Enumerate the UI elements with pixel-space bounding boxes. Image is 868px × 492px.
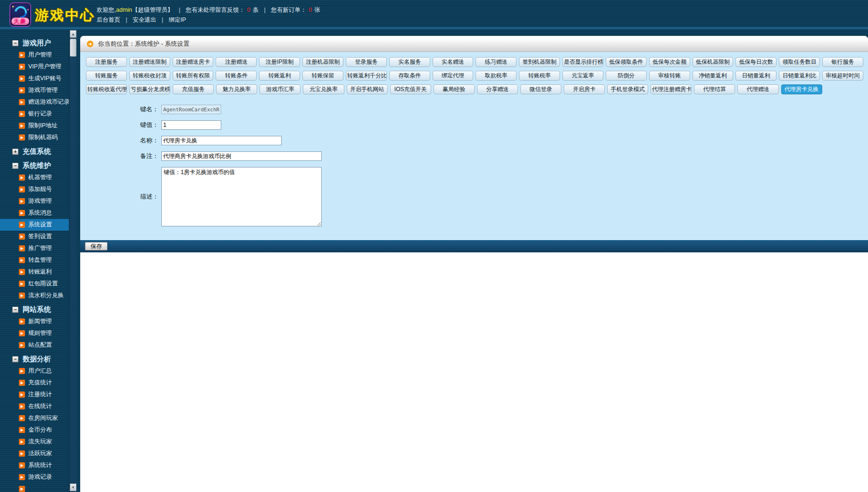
sidebar-item-active-players[interactable]: ▶活跃玩家 <box>0 448 69 459</box>
sidebar-item-gift-coin-record[interactable]: ▶赠送游戏币记录 <box>0 96 69 108</box>
tab-button[interactable]: 充值服务 <box>173 84 214 94</box>
tab-button[interactable]: 转账税收返代理 <box>86 84 127 94</box>
sidebar-item-game-coin[interactable]: ▶游戏币管理 <box>0 84 69 96</box>
sidebar-item-game-record[interactable]: ▶游戏记录 <box>0 471 69 483</box>
note-field[interactable] <box>161 151 322 161</box>
tab-button[interactable]: 低保领取条件 <box>606 57 647 67</box>
link-backstage-home[interactable]: 后台首页 <box>97 17 120 23</box>
sidebar-item-redpacket-rain[interactable]: ▶红包雨设置 <box>0 278 69 290</box>
tab-button[interactable]: 转账税收封顶 <box>129 71 170 81</box>
tab-button[interactable]: 是否显示排行榜 <box>562 57 603 67</box>
sidebar-item-gold-distribution[interactable]: ▶金币分布 <box>0 424 69 436</box>
scroll-up-icon[interactable]: ▲ <box>70 30 76 38</box>
tab-button[interactable]: 防倒分 <box>606 71 647 81</box>
sidebar-item-system-message[interactable]: ▶系统消息 <box>0 207 69 219</box>
tab-button[interactable]: 转账所有权限 <box>173 71 214 81</box>
tab-button[interactable]: 注册赠送限制 <box>129 57 170 67</box>
tab-button[interactable]: 注册机器限制 <box>302 57 343 67</box>
sidebar-item-user-management[interactable]: ▶用户管理 <box>0 49 69 61</box>
tab-button[interactable]: 实名服务 <box>389 57 430 67</box>
sidebar-item-flow-points-exchange[interactable]: ▶流水积分兑换 <box>0 290 69 301</box>
tab-button[interactable]: 微信登录 <box>520 84 561 94</box>
tab-button[interactable]: 开启房卡 <box>564 84 605 94</box>
collapse-icon[interactable]: − <box>12 163 18 169</box>
tab-button[interactable]: 实名赠送 <box>433 57 474 67</box>
tab-button[interactable]: 代理赠送 <box>737 84 778 94</box>
sidebar-item-game-management[interactable]: ▶游戏管理 <box>0 195 69 207</box>
sidebar-item-register-stats[interactable]: ▶注册统计 <box>0 389 69 400</box>
sidebar-scrollbar[interactable]: ▲ ▼ <box>69 29 76 492</box>
tab-button[interactable]: 日销量返利 <box>735 71 776 81</box>
collapse-icon[interactable]: − <box>12 40 18 46</box>
sidebar-item-rules-management[interactable]: ▶规则管理 <box>0 327 69 339</box>
tab-button[interactable]: 转账保留 <box>302 71 343 81</box>
sidebar-item-recharge-stats[interactable]: ▶充值统计 <box>0 377 69 389</box>
tab-button[interactable]: 开启手机网站 <box>347 84 388 94</box>
tab-button[interactable]: 魅力兑换率 <box>216 84 257 94</box>
key-value-field[interactable] <box>161 120 221 130</box>
sidebar-item-user-summary[interactable]: ▶用户汇总 <box>0 365 69 377</box>
tab-button[interactable]: 绑定代理 <box>433 71 474 81</box>
tab-button[interactable]: IOS充值开关 <box>390 84 431 94</box>
tab-button[interactable]: 赢局经验 <box>434 84 475 94</box>
sidebar-item-limit-machine[interactable]: ▶限制机器码 <box>0 132 69 143</box>
tab-button[interactable]: 代理结算 <box>694 84 735 94</box>
tab-button[interactable]: 领取任务数目 <box>779 57 820 67</box>
sidebar-item-site-config[interactable]: ▶站点配置 <box>0 339 69 351</box>
sidebar-item-bank-record[interactable]: ▶银行记录 <box>0 108 69 120</box>
tab-button[interactable]: 手机登录模式 <box>607 84 648 94</box>
tab-button[interactable]: 登录服务 <box>346 57 387 67</box>
name-field[interactable] <box>161 136 282 145</box>
sidebar-item-transfer-rebate[interactable]: ▶转账返利 <box>0 266 69 278</box>
link-bind-ip[interactable]: 绑定IP <box>168 17 186 23</box>
save-button[interactable]: 保存 <box>85 242 108 250</box>
sidebar-item-add-nice-number[interactable]: ▶添加靓号 <box>0 183 69 195</box>
tab-button[interactable]: 银行服务 <box>822 57 863 67</box>
tab-button[interactable]: 转账条件 <box>216 71 257 81</box>
tab-button[interactable]: 元宝返率 <box>562 71 603 81</box>
sidebar-item-players-in-room[interactable]: ▶在房间玩家 <box>0 412 69 424</box>
sidebar-item-system-settings[interactable]: ▶系统设置 <box>0 219 69 231</box>
sidebar-item-wheel-management[interactable]: ▶转盘管理 <box>0 254 69 266</box>
tab-button[interactable]: 审核超时时间 <box>822 71 863 81</box>
desc-field[interactable]: 键值：1房卡兑换游戏币的值 <box>161 167 322 226</box>
sidebar-item-limit-ip[interactable]: ▶限制IP地址 <box>0 120 69 132</box>
tab-button[interactable]: 分享赠送 <box>477 84 518 94</box>
tab-button[interactable]: 注册服务 <box>86 57 127 67</box>
tab-button[interactable]: 低保每日次数 <box>735 57 776 67</box>
sidebar-section-system-maintenance[interactable]: − 系统维护 <box>0 159 69 172</box>
tab-agent-roomcard-exchange[interactable]: 代理房卡兑换 <box>781 84 822 94</box>
sidebar-section-game-users[interactable]: − 游戏用户 <box>0 37 69 49</box>
sidebar-item-checkin-settings[interactable]: ▶签到设置 <box>0 231 69 242</box>
tab-button[interactable]: 存取条件 <box>389 71 430 81</box>
sidebar-item-partial[interactable]: ▶ <box>0 483 69 492</box>
tab-button[interactable]: 转账返利 <box>259 71 300 81</box>
collapse-icon[interactable]: − <box>12 356 18 362</box>
sidebar-item-online-stats[interactable]: ▶在线统计 <box>0 400 69 412</box>
sidebar-item-promotion-management[interactable]: ▶推广管理 <box>0 242 69 254</box>
sidebar-item-system-stats[interactable]: ▶系统统计 <box>0 459 69 471</box>
tab-button[interactable]: 转账服务 <box>86 71 127 81</box>
sidebar-section-website[interactable]: − 网站系统 <box>0 303 69 316</box>
sidebar-item-machine-management[interactable]: ▶机器管理 <box>0 172 69 183</box>
expand-icon[interactable]: + <box>12 149 18 155</box>
sidebar-item-news-management[interactable]: ▶新闻管理 <box>0 316 69 327</box>
tab-button[interactable]: 低保机器限制 <box>693 57 734 67</box>
tab-button[interactable]: 练习赠送 <box>476 57 517 67</box>
tab-button[interactable]: 审核转账 <box>649 71 690 81</box>
sidebar-item-lost-players[interactable]: ▶流失玩家 <box>0 436 69 448</box>
link-safe-logout[interactable]: 安全退出 <box>133 17 156 23</box>
tab-button[interactable]: 注册IP限制 <box>259 57 300 67</box>
tab-button[interactable]: 注册赠送 <box>216 57 257 67</box>
tab-button[interactable]: 签到机器限制 <box>519 57 560 67</box>
tab-button[interactable]: 注册赠送房卡 <box>173 57 214 67</box>
tab-button[interactable]: 取款税率 <box>476 71 517 81</box>
tab-button[interactable]: 日销量返利比 <box>779 71 820 81</box>
tab-button[interactable]: 转账税率 <box>519 71 560 81</box>
tab-button[interactable]: 代理注册赠房卡 <box>651 84 692 94</box>
tab-button[interactable]: 亏损赢分龙虎榜 <box>129 84 170 94</box>
sidebar-section-data-analysis[interactable]: − 数据分析 <box>0 353 69 365</box>
tab-button[interactable]: 转账返利千分比 <box>346 71 387 81</box>
scroll-down-icon[interactable]: ▼ <box>70 484 76 491</box>
tab-button[interactable]: 低保每次金额 <box>649 57 690 67</box>
